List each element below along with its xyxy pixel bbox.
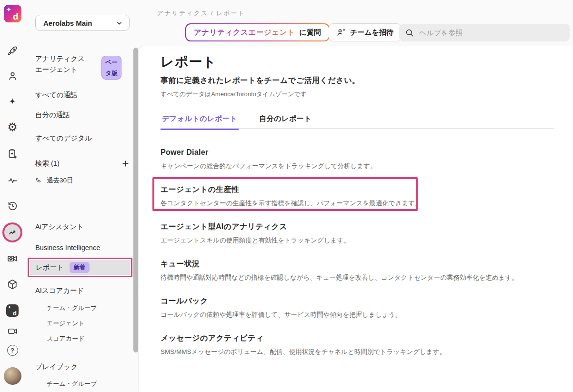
reports-list: Power Dialer キャンペーンの総合的なパフォーマンスをトラッキングして… [161, 141, 570, 364]
report-title: エージェントの生産性 [161, 184, 570, 195]
report-title: コールバック [161, 296, 570, 306]
report-desc: SMS/MMSメッセージのボリューム、配信、使用状況をチャネルと時間別でトラッキ… [161, 347, 570, 356]
main-panel: レポート 事前に定義されたレポートをチームでご活用ください。 すべてのデータはA… [139, 46, 573, 392]
reports-label: レポート [36, 263, 64, 272]
last-30-days-label: 過去30日 [47, 176, 73, 185]
help-icon[interactable]: ? [0, 345, 25, 356]
report-item-power-dialer[interactable]: Power Dialer キャンペーンの総合的なパフォーマンスをトラッキングして… [161, 141, 570, 179]
account-name: Aerolabs Main [43, 19, 92, 27]
page-subtitle: 事前に定義されたレポートをチームでご活用ください。 [161, 76, 360, 86]
sidebar-item-scorecards-agent[interactable]: エージェント [47, 319, 85, 328]
d-glyph: d [13, 11, 19, 22]
package-icon[interactable] [0, 279, 25, 290]
video-camera-icon[interactable] [0, 326, 25, 337]
highlight-box-reports-nav: レポート 新着 [28, 258, 132, 277]
sidebar-item-scorecards-scorecard[interactable]: スコアカード [47, 334, 85, 343]
report-title: メッセージのアクティビティ [161, 333, 570, 343]
report-title: エージェント型AIのアナリティクス [161, 221, 570, 232]
sidebar-divider [25, 46, 138, 46]
contacts-icon[interactable] [0, 70, 25, 81]
sidebar-search-section: 検索 (1) [35, 159, 130, 168]
sidebar-scrollbar[interactable] [133, 48, 138, 352]
report-item-agentic-ai-analytics[interactable]: エージェント型AIのアナリティクス エージェントスキルの使用頻度と有効性をトラッ… [161, 216, 570, 253]
help-search-box[interactable] [399, 24, 570, 41]
ask-suffix-label: に質問 [299, 28, 321, 37]
sidebar-item-playbook[interactable]: プレイブック [35, 362, 78, 372]
ask-agent-gradient-label: アナリティクスエージェント [194, 28, 295, 38]
invite-team-button[interactable]: チームを招待 [329, 23, 401, 41]
report-desc: コールバックの依頼や処理率を評価して、サービス時間や傾向を把握しましょう。 [161, 310, 570, 319]
sidebar-item-ai-scorecards[interactable]: AIスコアカード [35, 286, 84, 295]
settings-gear-icon[interactable]: ⚙ [0, 121, 25, 133]
sidebar-item-search[interactable]: 検索 (1) [35, 159, 60, 168]
person-plus-icon [336, 28, 346, 37]
sidebar-item-last-30-days[interactable]: 過去30日 [35, 176, 73, 185]
rocket-icon[interactable] [0, 45, 25, 56]
search-icon [405, 28, 414, 38]
invite-team-label: チームを招待 [350, 28, 393, 37]
icon-rail: ✦ d ⚙ [0, 0, 25, 392]
dialpad-logo-icon: ✦ d [4, 5, 21, 22]
report-item-message-activity[interactable]: メッセージのアクティビティ SMS/MMSメッセージのボリューム、配信、使用状況… [161, 327, 570, 364]
sidebar-item-all-calls[interactable]: すべての通話 [35, 90, 77, 100]
report-title: Power Dialer [161, 147, 570, 158]
clipboard-ai-icon[interactable] [0, 148, 25, 160]
sidebar-item-analytics-agent[interactable]: アナリティクスエージェント [35, 53, 91, 75]
sidebar-item-all-digital[interactable]: すべてのデジタル [35, 134, 92, 143]
ai-sparkle-icon[interactable] [0, 97, 25, 107]
activity-pulse-icon[interactable] [0, 175, 25, 186]
sidebar: Aerolabs Main アナリティクスエージェント ベータ版 すべての通話 … [25, 0, 138, 392]
report-item-queue-status[interactable]: キュー状況 待機時間や通話対応時間などの指標を確認しながら、キュー処理を改善し、… [161, 253, 570, 290]
page-title: レポート [161, 53, 217, 71]
timezone-note: すべてのデータはAmerica/Torontoタイムゾーンです [161, 90, 307, 99]
report-desc: 待機時間や通話対応時間などの指標を確認しながら、キュー処理を改善し、コンタクトセ… [161, 273, 570, 282]
ask-analytics-agent-button[interactable]: アナリティクスエージェント に質問 [185, 23, 330, 41]
sidebar-item-reports[interactable]: レポート 新着 [30, 260, 130, 275]
sidebar-item-business-intelligence[interactable]: Business Intelligence [35, 244, 100, 251]
topbar: アナリティクス / レポート アナリティクスエージェント に質問 チームを招待 [138, 0, 573, 46]
beta-badge: ベータ版 [101, 56, 121, 80]
report-desc: エージェントスキルの使用頻度と有効性をトラッキングします。 [161, 236, 570, 245]
dialpad-logo[interactable]: ✦ d [0, 5, 25, 22]
sidebar-item-playbook-team[interactable]: チーム・グループ [47, 380, 97, 388]
report-title: キュー状況 [161, 259, 570, 269]
video-settings-icon[interactable] [0, 253, 25, 264]
account-switcher[interactable]: Aerolabs Main [35, 15, 130, 31]
app-window: ✦ d ⚙ [0, 0, 573, 392]
help-search-input[interactable] [419, 29, 564, 37]
add-search-button[interactable] [121, 160, 130, 168]
user-avatar[interactable] [0, 367, 25, 385]
report-desc: 各コンタクトセンターの生産性を示す指標を確認し、パフォーマンスを最適化できます。 [161, 199, 570, 208]
chevron-down-icon [115, 19, 123, 27]
phone-icon [35, 177, 42, 184]
history-icon[interactable] [0, 201, 25, 211]
sparkle-glyph: ✦ [6, 6, 12, 13]
report-desc: キャンペーンの総合的なパフォーマンスをトラッキングして分析します。 [161, 161, 570, 171]
breadcrumb: アナリティクス / レポート [157, 9, 245, 18]
analytics-nav-active[interactable] [0, 222, 25, 242]
sidebar-item-my-calls[interactable]: 自分の通話 [35, 111, 70, 120]
trending-up-icon [2, 222, 22, 242]
dialpad-ai-tile-icon[interactable]: ✦ d [0, 304, 25, 317]
new-badge: 新着 [70, 262, 90, 273]
report-item-agent-productivity[interactable]: エージェントの生産性 各コンタクトセンターの生産性を示す指標を確認し、パフォーマ… [161, 179, 570, 216]
sidebar-item-scorecards-team[interactable]: チーム・グループ [47, 304, 97, 312]
sidebar-item-ai-assistant[interactable]: Aiアシスタント [35, 222, 84, 231]
tabs-divider [161, 128, 554, 129]
report-item-callback[interactable]: コールバック コールバックの依頼や処理率を評価して、サービス時間や傾向を把握しま… [161, 290, 570, 327]
